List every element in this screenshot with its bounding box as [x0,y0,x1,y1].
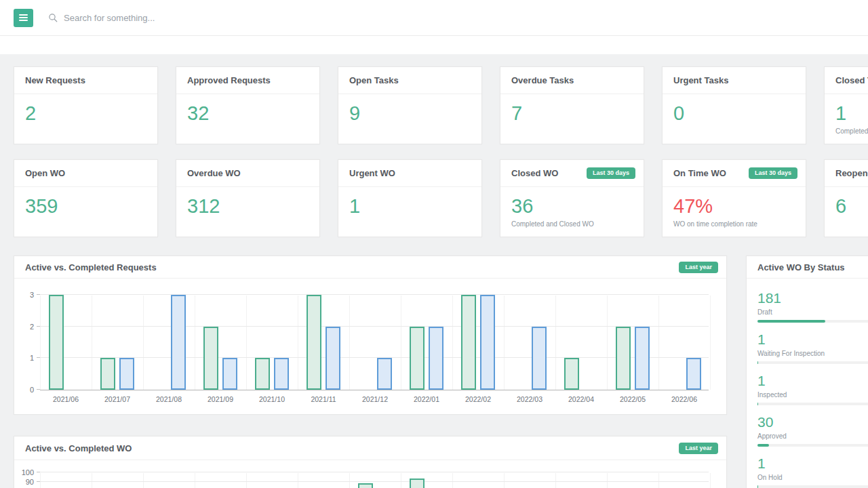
stat-card-urgent-tasks: Urgent Tasks0 [662,66,806,144]
status-value: 30 [757,414,868,430]
bar-pair [410,473,443,488]
bar-slot-active [410,327,425,390]
stat-value: 36 [511,195,633,218]
y-axis-label: 0 [30,385,34,394]
status-label: Draft [757,308,868,316]
status-progress-fill [757,444,769,447]
bar-active [410,327,425,390]
bar-slot-completed [119,358,134,390]
stat-value: 2 [25,102,146,125]
gridline-horizontal [40,294,709,295]
x-axis-label: 2021/06 [40,395,92,403]
menu-button[interactable] [14,9,33,27]
bar-pair [513,296,547,390]
status-item-draft: 181Draft [757,290,868,323]
chart-category: 2021/06 [40,296,92,390]
stat-value: 47% [673,195,795,218]
stat-card-approved-requests: Approved Requests32 [176,66,320,144]
bar-slot-completed [635,327,650,390]
bar-active [564,358,579,390]
bar-active [461,295,476,390]
bar-pair [513,473,547,488]
bar-completed [532,327,547,390]
bar-active [255,358,270,390]
stat-card-header: Closed Tasks [825,67,868,94]
bar-slot-completed [222,358,237,390]
chart-category: 2021/06 [40,473,92,488]
bar-pair [203,296,237,390]
chart-category: 2021/07 [92,296,143,390]
status-value: 1 [757,373,868,389]
x-axis-label: 2022/03 [504,395,555,403]
bar-pair [100,296,134,390]
status-value: 1 [757,331,868,348]
chart-title: Active vs. Completed Requests [25,262,157,272]
status-panel-header: Active WO By Status [747,256,868,279]
status-progress-track [757,403,868,405]
bar-completed [171,295,186,390]
y-axis-label: 2 [30,322,34,331]
stat-card-body: 7 [500,94,644,125]
status-label: Approved [757,432,868,440]
chart-title: Active vs. Completed WO [25,443,132,453]
status-items: 181Draft1Waiting For Inspection1Inspecte… [747,279,868,488]
stat-card-header: Urgent WO [338,160,481,187]
chart-category: 2021/09 [195,296,246,390]
bar-slot-completed [686,358,701,390]
stat-card-title: Urgent Tasks [673,75,728,85]
x-axis-label: 2021/09 [195,395,246,403]
bar-slot-active [461,295,476,390]
status-progress-fill [757,320,825,323]
bar-active [410,479,425,488]
bar-pair [152,473,186,488]
bar-pair [307,296,340,390]
hamburger-icon [19,13,28,22]
bar-pair [358,296,392,390]
chart-plot-area: 01232021/062021/072021/082021/092021/102… [14,296,726,390]
bar-slot-completed [326,327,340,390]
bar-completed [274,358,289,390]
stat-card-title: Open Tasks [349,75,399,85]
stat-card-title: Closed Tasks [835,75,868,85]
bar-slot-active [358,483,373,488]
stat-card-title: Open WO [25,168,65,178]
stat-value: 6 [835,195,868,218]
stat-card-title: Reopened WO [835,168,868,178]
bar-slot-active [203,327,218,390]
search-input[interactable] [64,13,349,23]
bar-completed [222,358,237,390]
status-progress-fill [757,403,758,405]
status-item-approved: 30Approved [757,414,868,447]
stat-card-closed-wo: Closed WOLast 30 days36Completed and Clo… [500,159,644,237]
chart-card-active-vs-completed-wo: Active vs. Completed WO Last year 901002… [14,436,727,488]
status-progress-fill [757,361,758,364]
status-progress-fill [757,485,758,488]
bar-active [358,483,373,488]
x-axis-label: 2022/04 [555,395,607,403]
x-axis-label: 2022/05 [607,395,658,403]
status-value: 181 [757,290,868,306]
y-axis-tick [37,294,40,295]
bar-slot-completed [429,327,443,390]
chart-category: 2021/10 [246,473,298,488]
stat-card-body: 9 [338,94,481,125]
active-wo-by-status-panel: Active WO By Status 181Draft1Waiting For… [746,256,868,488]
stat-card-title: On Time WO [673,168,726,178]
bar-pair [461,296,495,390]
bar-completed [377,358,392,390]
bar-pair [667,296,701,390]
stat-card-title: Overdue WO [187,168,241,178]
stat-card-body: 47%WO on time completion rate [663,187,806,228]
bar-pair [667,473,701,488]
bar-slot-active [410,479,425,488]
stat-card-header: Urgent Tasks [663,67,806,94]
chart-header: Active vs. Completed WO Last year [14,436,726,460]
y-axis-label: 100 [22,468,34,477]
stat-card-body: 32 [176,94,319,125]
stat-card-urgent-wo: Urgent WO1 [338,159,482,237]
bar-pair [307,473,340,488]
chart-category: 2021/07 [92,473,143,488]
subheader-strip [0,36,868,54]
bar-completed [326,327,340,390]
stat-card-closed-tasks: Closed Tasks1Completed and Closed Tasks [824,66,868,144]
